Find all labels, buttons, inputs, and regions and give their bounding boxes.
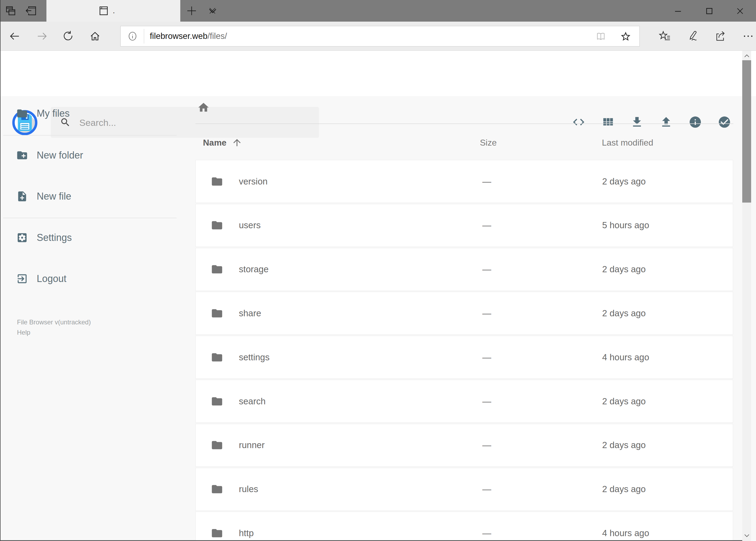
share-icon[interactable]: [715, 30, 727, 42]
file-name: settings: [239, 352, 270, 362]
new-file-icon: [16, 191, 28, 202]
address-separator: [144, 29, 144, 44]
annotate-pen-icon[interactable]: [687, 30, 699, 42]
close-window-icon[interactable]: [736, 7, 744, 15]
favorite-star-icon[interactable]: [620, 31, 631, 42]
code-view-icon[interactable]: [572, 115, 586, 129]
file-row[interactable]: version — 2 days ago: [195, 160, 733, 203]
sidebar-item-label: My files: [37, 108, 70, 119]
file-modified: 4 hours ago: [602, 352, 649, 362]
forward-icon[interactable]: [36, 30, 49, 43]
set-tabs-aside-icon[interactable]: [25, 4, 38, 17]
select-check-icon[interactable]: [718, 115, 731, 129]
settings-gear-icon: [16, 232, 28, 244]
grid-view-icon[interactable]: [601, 115, 615, 129]
file-modified: 2 days ago: [602, 484, 645, 494]
page-scrollbar[interactable]: [742, 51, 751, 541]
sidebar-item-settings[interactable]: Settings: [1, 223, 179, 253]
file-row[interactable]: rules — 2 days ago: [195, 468, 733, 511]
file-modified: 5 hours ago: [602, 220, 649, 231]
scrollbar-thumb[interactable]: [742, 60, 751, 203]
breadcrumb-home-icon[interactable]: [197, 101, 210, 114]
folder-icon: [211, 483, 223, 495]
file-size: —: [482, 440, 491, 450]
file-size: —: [482, 176, 491, 187]
file-name: users: [239, 220, 261, 231]
column-header-name[interactable]: Name: [203, 138, 226, 148]
file-name: search: [239, 396, 266, 406]
folder-icon: [211, 527, 223, 539]
browser-tab[interactable]: .: [46, 0, 180, 22]
address-bar[interactable]: filebrowser.web/files/: [121, 26, 640, 46]
breadcrumb-divider: [195, 124, 733, 124]
file-row[interactable]: runner — 2 days ago: [195, 424, 733, 467]
reading-view-icon[interactable]: [595, 31, 607, 42]
folder-icon: [16, 108, 28, 119]
app-header: [1, 51, 756, 96]
page-info-icon[interactable]: [127, 31, 138, 42]
page-icon: [98, 5, 110, 17]
browser-window: .: [0, 0, 756, 541]
sort-ascending-icon[interactable]: [232, 137, 242, 148]
folder-icon: [211, 395, 223, 407]
column-header-size[interactable]: Size: [480, 138, 497, 148]
sidebar-item-new-folder[interactable]: New folder: [1, 141, 179, 170]
file-row[interactable]: storage — 2 days ago: [195, 248, 733, 291]
tab-list-icon[interactable]: [207, 5, 218, 16]
file-size: —: [482, 220, 491, 231]
url-text: filebrowser.web/files/: [150, 31, 227, 41]
create-new-folder-icon: [16, 149, 28, 161]
folder-icon: [211, 219, 223, 232]
file-name: share: [239, 308, 261, 318]
favorites-hub-icon[interactable]: [658, 30, 671, 42]
back-icon[interactable]: [8, 30, 21, 43]
url-host: filebrowser.web: [150, 31, 207, 41]
file-modified: 2 days ago: [602, 176, 645, 187]
sidebar-item-label: Logout: [37, 273, 66, 284]
help-link[interactable]: Help: [17, 329, 30, 336]
file-row[interactable]: settings — 4 hours ago: [195, 336, 733, 379]
file-modified: 2 days ago: [602, 264, 645, 274]
file-row[interactable]: share — 2 days ago: [195, 292, 733, 335]
minimize-icon[interactable]: [674, 7, 682, 15]
tab-preview-icon[interactable]: [4, 4, 17, 17]
file-size: —: [482, 396, 491, 406]
sidebar-divider: [3, 135, 176, 136]
more-options-icon[interactable]: [742, 30, 754, 42]
sidebar-item-logout[interactable]: Logout: [1, 264, 179, 293]
folder-icon: [211, 439, 223, 451]
upload-icon[interactable]: [659, 115, 673, 129]
file-name: storage: [239, 264, 269, 274]
file-modified: 2 days ago: [602, 308, 645, 318]
sidebar-item-label: Settings: [37, 232, 72, 244]
tab-title: .: [113, 7, 115, 15]
info-icon[interactable]: [688, 115, 702, 129]
file-name: version: [239, 176, 267, 187]
new-tab-icon[interactable]: [186, 5, 197, 16]
file-modified: 2 days ago: [602, 440, 645, 450]
scroll-down-icon[interactable]: [744, 532, 750, 539]
sidebar-divider: [3, 218, 176, 218]
file-name: http: [239, 528, 254, 538]
tab-strip: .: [1, 0, 756, 22]
file-size: —: [482, 308, 491, 318]
sidebar-item-new-file[interactable]: New file: [1, 182, 179, 211]
file-name: rules: [239, 484, 258, 494]
file-row[interactable]: users — 5 hours ago: [195, 204, 733, 247]
scroll-up-icon[interactable]: [744, 53, 750, 59]
download-icon[interactable]: [630, 115, 644, 129]
column-header-modified[interactable]: Last modified: [602, 138, 653, 148]
home-nav-icon[interactable]: [89, 30, 102, 43]
folder-icon: [211, 263, 223, 275]
file-size: —: [482, 484, 491, 494]
sidebar-item-label: New folder: [37, 150, 83, 161]
maximize-icon[interactable]: [705, 7, 714, 15]
refresh-icon[interactable]: [62, 30, 75, 43]
file-modified: 2 days ago: [602, 396, 645, 406]
logout-icon: [16, 273, 28, 285]
file-row[interactable]: http — 4 hours ago: [195, 512, 733, 541]
sidebar-item-my-files[interactable]: My files: [1, 99, 179, 128]
sidebar-item-label: New file: [37, 191, 71, 202]
file-row[interactable]: search — 2 days ago: [195, 380, 733, 423]
folder-icon: [211, 351, 223, 363]
